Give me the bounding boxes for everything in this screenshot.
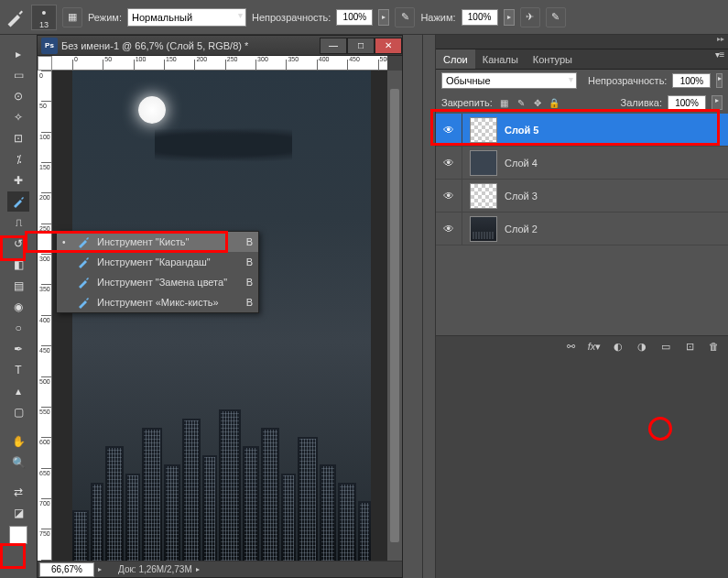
shape-tool[interactable]: ▢ (7, 402, 29, 422)
opacity-input[interactable] (336, 9, 373, 26)
layer-name[interactable]: Слой 2 (505, 224, 728, 234)
lock-transparent-icon[interactable]: ▦ (498, 96, 511, 109)
layer-fill-arrow[interactable]: ▸ (712, 95, 723, 110)
type-tool[interactable]: T (7, 360, 29, 380)
pen-tool[interactable]: ✒ (7, 339, 29, 359)
vertical-scrollbar[interactable] (387, 71, 402, 561)
layer-blend-select-wrap[interactable] (441, 72, 577, 89)
layer-name[interactable]: Слой 4 (505, 158, 728, 169)
path-select-tool[interactable]: ▴ (7, 381, 29, 401)
layer-thumbnail[interactable] (470, 216, 497, 242)
layer-row[interactable]: 👁Слой 5 (436, 114, 728, 147)
visibility-icon[interactable]: 👁 (436, 124, 462, 136)
color-replace-icon (75, 275, 92, 289)
titlebar[interactable]: Ps Без имени-1 @ 66,7% (Слой 5, RGB/8) *… (38, 36, 402, 56)
flow-input[interactable] (462, 9, 498, 26)
flyout-item-pencil[interactable]: Инструмент "Карандаш"B (57, 252, 258, 272)
hand-tool[interactable]: ✋ (7, 431, 29, 452)
layer-thumbnail[interactable] (470, 150, 497, 176)
flyout-item-brush[interactable]: •Инструмент "Кисть"B (57, 232, 258, 252)
flow-label: Нажим: (420, 12, 455, 23)
flow-arrow[interactable]: ▸ (504, 9, 515, 26)
default-colors-icon[interactable]: ◪ (7, 503, 29, 523)
foreground-color[interactable] (9, 526, 27, 544)
zoom-field[interactable]: 66,67% (39, 562, 94, 577)
eraser-tool[interactable]: ◧ (7, 255, 29, 275)
statusbar-arrow[interactable]: ▸ (98, 565, 102, 573)
blend-mode-select[interactable] (127, 8, 246, 27)
brush-icon (75, 234, 92, 249)
visibility-icon[interactable]: 👁 (436, 157, 462, 169)
layer-name[interactable]: Слой 5 (505, 125, 728, 136)
crop-tool[interactable]: ⊡ (7, 128, 29, 148)
close-button[interactable]: ✕ (375, 38, 402, 54)
panel-collapse-icon[interactable]: ▸▸ (713, 35, 728, 48)
adjustment-layer-icon[interactable]: ◑ (635, 339, 649, 354)
tab-layers[interactable]: Слои (436, 49, 475, 69)
layer-fill-input[interactable] (668, 95, 706, 110)
layer-opacity-arrow[interactable]: ▸ (716, 73, 723, 88)
wand-tool[interactable]: ✧ (7, 107, 29, 127)
layer-group-icon[interactable]: ▭ (658, 339, 673, 354)
brush-preview[interactable]: 13 (31, 5, 57, 30)
new-layer-icon[interactable]: ⊡ (682, 339, 697, 354)
layer-name[interactable]: Слой 3 (505, 191, 728, 202)
layer-fx-icon[interactable]: fx▾ (587, 339, 602, 354)
minimize-button[interactable]: — (320, 38, 347, 54)
layer-row[interactable]: 👁Слой 4 (436, 147, 728, 180)
airbrush-icon[interactable]: ✈ (520, 7, 540, 27)
layer-blend-select[interactable] (441, 72, 577, 89)
statusbar: 66,67% ▸ Док: 1,26M/2,73M ▸ (38, 561, 402, 577)
layer-thumbnail[interactable] (470, 117, 497, 143)
visibility-icon[interactable]: 👁 (436, 190, 462, 202)
panel-collapse-bar: ▸▸ (436, 35, 728, 49)
marquee-tool[interactable]: ▭ (7, 65, 29, 85)
gradient-tool[interactable]: ▤ (7, 276, 29, 296)
layer-mask-icon[interactable]: ◐ (611, 339, 625, 354)
visibility-icon[interactable]: 👁 (436, 223, 462, 235)
layer-thumbnail[interactable] (470, 183, 497, 209)
moon-graphic (138, 96, 166, 124)
tablet-opacity-icon[interactable]: ✎ (395, 7, 415, 27)
link-layers-icon[interactable]: ⚯ (563, 339, 578, 354)
brush-tool[interactable] (7, 191, 29, 212)
flyout-shortcut: B (242, 256, 253, 267)
tab-paths[interactable]: Контуры (526, 49, 580, 69)
lock-image-icon[interactable]: ✎ (515, 96, 527, 109)
lock-label: Закрепить: (441, 97, 493, 108)
lock-all-icon[interactable]: 🔒 (548, 96, 560, 109)
flyout-item-color-replace[interactable]: Инструмент "Замена цвета"B (57, 272, 258, 292)
swap-colors-icon[interactable]: ⇄ (7, 482, 29, 502)
layer-row[interactable]: 👁Слой 3 (436, 180, 728, 213)
ruler-vertical[interactable]: 0501001502002503003504004505005506006507… (38, 71, 52, 561)
opacity-arrow[interactable]: ▸ (378, 9, 389, 26)
heal-tool[interactable]: ✚ (7, 170, 29, 191)
dodge-tool[interactable]: ○ (7, 318, 29, 338)
canvas[interactable] (52, 71, 387, 561)
move-tool[interactable]: ▸ (7, 44, 29, 64)
flyout-item-mixer[interactable]: Инструмент «Микс-кисть»B (57, 292, 258, 312)
lock-position-icon[interactable]: ✥ (531, 96, 544, 109)
tool-preset-icon[interactable] (4, 6, 26, 28)
ruler-horizontal[interactable]: 050100150200250300350400450500 (52, 56, 387, 71)
tab-channels[interactable]: Каналы (475, 49, 526, 69)
panel-footer: ⚯ fx▾ ◐ ◑ ▭ ⊡ 🗑 (436, 335, 728, 357)
blend-mode-select-wrap[interactable] (127, 8, 246, 27)
brush-panel-toggle[interactable]: ▦ (62, 7, 82, 27)
doc-info: Док: 1,26M/2,73M (118, 564, 192, 574)
zoom-tool[interactable]: 🔍 (7, 453, 29, 473)
maximize-button[interactable]: □ (347, 38, 375, 54)
flyout-shortcut: B (242, 297, 253, 308)
eyedropper-tool[interactable]: ⁒ (7, 149, 29, 169)
stamp-tool[interactable]: ⎍ (7, 213, 29, 233)
doc-info-arrow[interactable]: ▸ (196, 565, 200, 573)
layer-row[interactable]: 👁Слой 2 (436, 213, 728, 245)
panel-menu-icon[interactable]: ▾≡ (712, 49, 728, 69)
blur-tool[interactable]: ◉ (7, 297, 29, 317)
lasso-tool[interactable]: ⊙ (7, 86, 29, 106)
delete-layer-icon[interactable]: 🗑 (706, 339, 721, 354)
toolbar: ▸ ▭ ⊙ ✧ ⊡ ⁒ ✚ ⎍ ↺ ◧ ▤ ◉ ○ ✒ T ▴ ▢ ✋ 🔍 ⇄ … (7, 35, 31, 578)
tablet-size-icon[interactable]: ✎ (546, 7, 566, 27)
layer-opacity-input[interactable] (672, 73, 711, 88)
history-brush-tool[interactable]: ↺ (7, 234, 29, 254)
